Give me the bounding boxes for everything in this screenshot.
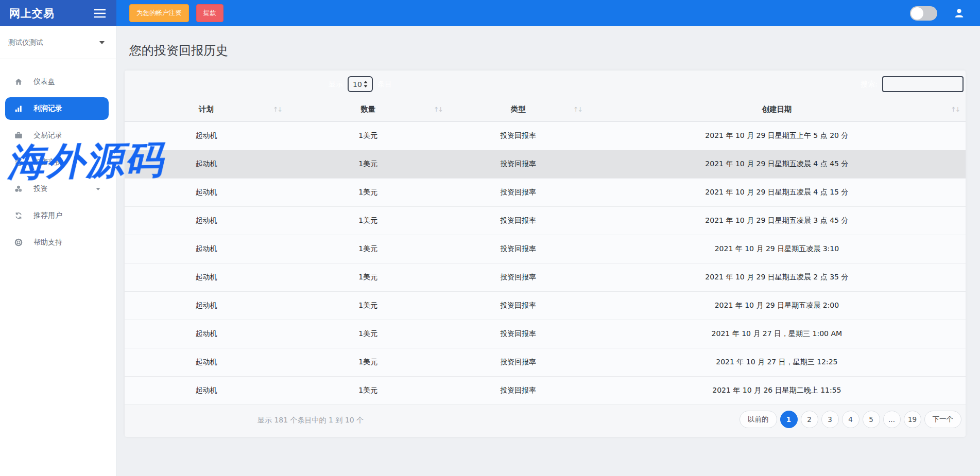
table-row: 起动机1美元投资回报率2021 年 10 月 29 日星期五凌晨 4 点 15 … [125, 178, 966, 206]
cell-amount: 1美元 [288, 263, 449, 291]
cell-date: 2021 年 10 月 29 日星期五凌晨 2:00 [588, 291, 966, 320]
sidebar-item-dashboard[interactable]: 仪表盘 [0, 70, 116, 93]
cell-amount: 1美元 [288, 235, 449, 263]
cell-type: 投资回报率 [449, 376, 588, 404]
sidebar-item-label: 利润记录 [33, 104, 62, 113]
toggle-knob [911, 7, 923, 20]
navbar-actions: 为您的帐户注资 提款 [116, 0, 980, 26]
app-title: 网上交易 [9, 6, 55, 21]
sidebar-item-label: 帮助支持 [33, 238, 62, 247]
top-navbar: 网上交易 为您的帐户注资 提款 [0, 0, 980, 26]
cell-date: 2021 年 10 月 29 日星期五凌晨 4 点 15 分 [588, 178, 966, 206]
cell-date: 2021 年 10 月 29 日星期五凌晨 3:10 [588, 235, 966, 263]
column-header-4[interactable]: 创建日期↑↓ [588, 97, 966, 121]
chevron-down-icon [96, 188, 100, 190]
length-label-after: 条目 [377, 80, 392, 89]
page-button-3[interactable]: 3 [821, 411, 839, 428]
cell-date: 2021 年 10 月 27 日，星期三 1:00 AM [588, 320, 966, 348]
sidebar-menu: 仪表盘利润记录交易记录加密交换投资推荐用户帮助支持 [0, 70, 116, 254]
cell-date: 2021 年 10 月 27 日，星期三 12:25 [588, 348, 966, 376]
sidebar-item-label: 加密交换 [33, 157, 62, 167]
column-label: 计划 [199, 105, 214, 113]
fund-account-button[interactable]: 为您的帐户注资 [129, 4, 189, 22]
sidebar-item-referral-users[interactable]: 推荐用户 [0, 204, 116, 227]
length-label-before: 显示 [329, 80, 343, 89]
cell-plan: 起动机 [125, 320, 288, 348]
page-button-1[interactable]: 1 [780, 411, 798, 428]
page-length-select[interactable]: 10 [348, 76, 373, 92]
cell-amount: 1美元 [288, 291, 449, 320]
sidebar: 测试仪测试 仪表盘利润记录交易记录加密交换投资推荐用户帮助支持 [0, 26, 116, 476]
main-content: 您的投资回报历史 显示 10 条目 搜索: 计划↑↓数量↑↓类型↑↓创建日期↑↓ [116, 26, 980, 476]
life-ring-icon [13, 238, 24, 247]
table-header-row: 计划↑↓数量↑↓类型↑↓创建日期↑↓ [125, 97, 966, 121]
cell-type: 投资回报率 [449, 320, 588, 348]
cell-plan: 起动机 [125, 235, 288, 263]
cell-type: 投资回报率 [449, 178, 588, 206]
cell-amount: 1美元 [288, 206, 449, 235]
page-length-control: 显示 10 条目 [329, 76, 392, 92]
account-selector[interactable]: 测试仪测试 [0, 26, 116, 59]
column-header-1[interactable]: 计划↑↓ [125, 97, 288, 121]
table-row: 起动机1美元投资回报率2021 年 10 月 29 日星期五凌晨 4 点 45 … [125, 150, 966, 178]
sidebar-item-profit-records[interactable]: 利润记录 [5, 97, 109, 120]
recycle-icon [13, 211, 24, 220]
table-row: 起动机1美元投资回报率2021 年 10 月 29 日星期五凌晨 3 点 45 … [125, 206, 966, 235]
cell-amount: 1美元 [288, 178, 449, 206]
pagination: 以前的12345...19下一个 [740, 411, 961, 428]
sort-icon: ↑↓ [951, 105, 959, 113]
page-button-2[interactable]: 2 [801, 411, 818, 428]
table-row: 起动机1美元投资回报率2021 年 10 月 29 日星期五凌晨 2 点 35 … [125, 263, 966, 291]
search-input[interactable] [882, 76, 964, 92]
brand: 网上交易 [0, 0, 116, 26]
ellipsis-page-button[interactable]: ... [883, 411, 901, 428]
cell-type: 投资回报率 [449, 150, 588, 178]
cell-type: 投资回报率 [449, 348, 588, 376]
cell-type: 投资回报率 [449, 206, 588, 235]
page-button-5[interactable]: 5 [863, 411, 880, 428]
cell-plan: 起动机 [125, 150, 288, 178]
coins-cluster-icon [13, 184, 24, 193]
cell-date: 2021 年 10 月 29 日星期五凌晨 2 点 35 分 [588, 263, 966, 291]
cell-date: 2021 年 10 月 29 日星期五凌晨 4 点 45 分 [588, 150, 966, 178]
sidebar-item-label: 推荐用户 [33, 211, 62, 220]
table-row: 起动机1美元投资回报率2021 年 10 月 27 日，星期三 12:25 [125, 348, 966, 376]
bar-chart-icon [13, 104, 24, 113]
withdraw-button[interactable]: 提款 [196, 4, 223, 22]
cell-plan: 起动机 [125, 178, 288, 206]
column-header-2[interactable]: 数量↑↓ [288, 97, 449, 121]
cell-type: 投资回报率 [449, 235, 588, 263]
sidebar-item-help-support[interactable]: 帮助支持 [0, 231, 116, 254]
sidebar-item-trade-records[interactable]: 交易记录 [0, 124, 116, 147]
cell-type: 投资回报率 [449, 121, 588, 150]
theme-toggle[interactable] [910, 6, 937, 21]
cell-amount: 1美元 [288, 320, 449, 348]
column-header-3[interactable]: 类型↑↓ [449, 97, 588, 121]
select-arrows-icon [364, 81, 368, 87]
sidebar-item-label: 交易记录 [33, 131, 62, 140]
sidebar-item-invest[interactable]: 投资 [0, 178, 116, 200]
cell-plan: 起动机 [125, 376, 288, 404]
account-label: 测试仪测试 [8, 38, 43, 47]
cell-amount: 1美元 [288, 376, 449, 404]
page-button-19[interactable]: 19 [904, 411, 921, 428]
history-card: 显示 10 条目 搜索: 计划↑↓数量↑↓类型↑↓创建日期↑↓ 起动机1美元投资… [125, 70, 966, 437]
column-label: 数量 [360, 105, 375, 113]
sort-icon: ↑↓ [573, 105, 582, 113]
page-button-4[interactable]: 4 [842, 411, 859, 428]
sidebar-item-crypto-exchange[interactable]: 加密交换 [0, 151, 116, 173]
briefcase-icon [13, 131, 24, 140]
table-row: 起动机1美元投资回报率2021 年 10 月 29 日星期五凌晨 3:10 [125, 235, 966, 263]
previous-page-button[interactable]: 以前的 [740, 411, 777, 428]
cell-plan: 起动机 [125, 348, 288, 376]
column-label: 创建日期 [762, 105, 792, 113]
hamburger-icon[interactable] [94, 9, 106, 18]
table-row: 起动机1美元投资回报率2021 年 10 月 29 日星期五上午 5 点 20 … [125, 121, 966, 150]
column-label: 类型 [511, 105, 526, 113]
user-icon[interactable] [953, 7, 966, 20]
next-page-button[interactable]: 下一个 [924, 411, 962, 428]
sort-icon: ↑↓ [434, 105, 442, 113]
table-row: 起动机1美元投资回报率2021 年 10 月 29 日星期五凌晨 2:00 [125, 291, 966, 320]
cell-amount: 1美元 [288, 121, 449, 150]
sidebar-item-label: 仪表盘 [33, 77, 55, 86]
